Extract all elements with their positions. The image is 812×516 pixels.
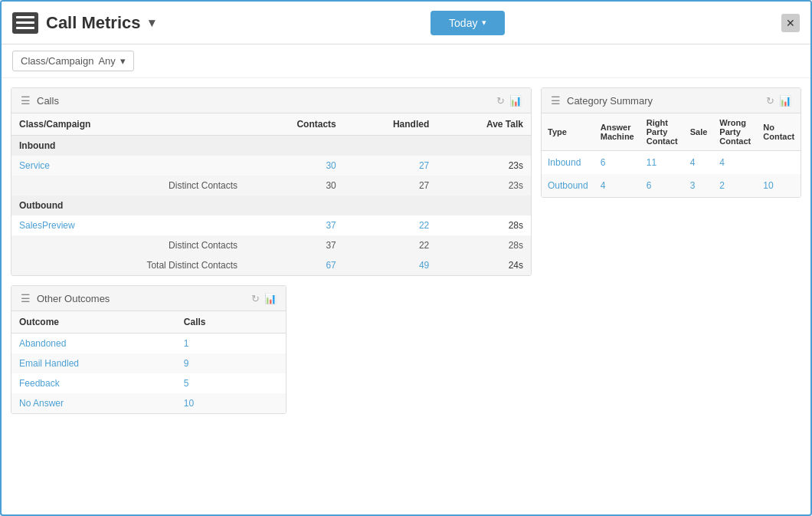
salespreview-link[interactable]: SalesPreview bbox=[11, 215, 245, 235]
outbound-distinct-handled[interactable]: 22 bbox=[344, 235, 437, 255]
inbound-answer-machine[interactable]: 6 bbox=[594, 151, 640, 175]
list-item: Abandoned 1 bbox=[11, 334, 286, 354]
list-item: No Answer 10 bbox=[11, 393, 286, 413]
inbound-distinct-row: Distinct Contacts 30 27 23s bbox=[11, 176, 531, 196]
salespreview-handled[interactable]: 22 bbox=[344, 215, 437, 235]
category-panel: ☰ Category Summary ↻ 📊 Type Answer Machi… bbox=[541, 87, 801, 198]
col-answer-machine: Answer Machine bbox=[594, 113, 640, 151]
outbound-wrong-party[interactable]: 2 bbox=[713, 174, 757, 197]
inbound-header-row: Inbound bbox=[11, 136, 531, 156]
category-chart-icon[interactable]: 📊 bbox=[779, 95, 791, 107]
campaign-caret: ▾ bbox=[120, 55, 126, 67]
outbound-right-party[interactable]: 6 bbox=[640, 174, 684, 197]
inbound-right-party[interactable]: 11 bbox=[640, 151, 684, 175]
col-calls: Calls bbox=[176, 311, 286, 334]
total-ave-talk: 24s bbox=[437, 255, 531, 275]
service-handled[interactable]: 27 bbox=[344, 156, 437, 176]
inbound-type-link[interactable]: Inbound bbox=[542, 151, 594, 175]
service-ave-talk: 23s bbox=[437, 156, 531, 176]
campaign-select[interactable]: Class/Campaign Any ▾ bbox=[12, 51, 134, 71]
col-right-party: Right Party Contact bbox=[640, 113, 684, 151]
feedback-link[interactable]: Feedback bbox=[11, 373, 176, 393]
inbound-distinct-handled[interactable]: 27 bbox=[344, 176, 437, 196]
col-no-contact: No Contact bbox=[757, 113, 801, 151]
outcomes-table: Outcome Calls Abandoned 1 Email Handled … bbox=[11, 311, 286, 413]
calls-panel: ☰ Calls ↻ 📊 Class/Campaign Contacts Hand… bbox=[11, 87, 532, 276]
inbound-sale[interactable]: 4 bbox=[684, 151, 714, 175]
title-left: Call Metrics ▾ bbox=[12, 12, 155, 34]
list-item: Feedback 5 bbox=[11, 373, 286, 393]
outcomes-chart-icon[interactable]: 📊 bbox=[264, 293, 277, 304]
abandoned-calls[interactable]: 1 bbox=[176, 334, 286, 354]
col-handled: Handled bbox=[344, 113, 437, 136]
col-class-campaign: Class/Campaign bbox=[11, 113, 245, 136]
salespreview-ave-talk: 28s bbox=[437, 215, 531, 235]
abandoned-link[interactable]: Abandoned bbox=[11, 334, 176, 354]
service-link[interactable]: Service bbox=[11, 156, 245, 176]
close-button[interactable]: ✕ bbox=[781, 14, 800, 32]
no-answer-link[interactable]: No Answer bbox=[11, 393, 176, 413]
outbound-distinct-row: Distinct Contacts 37 22 28s bbox=[11, 235, 531, 255]
toolbar: Class/Campaign Any ▾ bbox=[2, 44, 810, 78]
category-refresh-icon[interactable]: ↻ bbox=[766, 95, 774, 107]
calls-panel-header: ☰ Calls ↻ 📊 bbox=[11, 88, 531, 113]
col-type: Type bbox=[542, 113, 594, 151]
outbound-label: Outbound bbox=[11, 196, 531, 215]
calls-menu-icon[interactable]: ☰ bbox=[21, 94, 31, 107]
col-contacts: Contacts bbox=[245, 113, 344, 136]
col-wrong-party: Wrong Party Contact bbox=[713, 113, 757, 151]
total-label: Total Distinct Contacts bbox=[11, 255, 245, 275]
total-row: Total Distinct Contacts 67 49 24s bbox=[11, 255, 531, 275]
outbound-answer-machine[interactable]: 4 bbox=[594, 174, 640, 197]
main-window: Call Metrics ▾ Today ▾ ✕ Class/Campaign … bbox=[0, 0, 812, 516]
category-menu-icon[interactable]: ☰ bbox=[551, 94, 561, 107]
inbound-distinct-label: Distinct Contacts bbox=[11, 176, 245, 196]
feedback-calls[interactable]: 5 bbox=[176, 373, 286, 393]
table-row: Service 30 27 23s bbox=[11, 156, 531, 176]
left-panel: ☰ Calls ↻ 📊 Class/Campaign Contacts Hand… bbox=[11, 87, 532, 505]
calls-chart-icon[interactable]: 📊 bbox=[509, 95, 522, 107]
list-icon bbox=[12, 12, 38, 34]
col-sale: Sale bbox=[684, 113, 714, 151]
category-table: Type Answer Machine Right Party Contact … bbox=[542, 113, 801, 197]
outcomes-refresh-icon[interactable]: ↻ bbox=[251, 293, 260, 304]
outbound-no-contact[interactable]: 10 bbox=[757, 174, 801, 197]
category-panel-header: ☰ Category Summary ↻ 📊 bbox=[542, 88, 801, 113]
inbound-label: Inbound bbox=[11, 136, 531, 156]
col-ave-talk: Ave Talk bbox=[437, 113, 531, 136]
today-button[interactable]: Today ▾ bbox=[431, 11, 505, 35]
email-handled-link[interactable]: Email Handled bbox=[11, 353, 176, 373]
outbound-distinct-ave-talk: 28s bbox=[437, 235, 531, 255]
salespreview-contacts[interactable]: 37 bbox=[245, 215, 344, 235]
list-item: Email Handled 9 bbox=[11, 353, 286, 373]
outcomes-menu-icon[interactable]: ☰ bbox=[21, 292, 31, 304]
outbound-type-link[interactable]: Outbound bbox=[542, 174, 594, 197]
table-row: Outbound 4 6 3 2 10 bbox=[542, 174, 801, 197]
campaign-label: Class/Campaign bbox=[21, 55, 93, 67]
outbound-sale[interactable]: 3 bbox=[684, 174, 714, 197]
calls-table: Class/Campaign Contacts Handled Ave Talk… bbox=[11, 113, 531, 275]
col-outcome: Outcome bbox=[11, 311, 176, 334]
calls-refresh-icon[interactable]: ↻ bbox=[496, 95, 505, 107]
today-caret: ▾ bbox=[482, 18, 486, 28]
inbound-distinct-contacts[interactable]: 30 bbox=[245, 176, 344, 196]
total-contacts[interactable]: 67 bbox=[245, 255, 344, 275]
title-dropdown[interactable]: ▾ bbox=[149, 15, 155, 30]
email-handled-calls[interactable]: 9 bbox=[176, 353, 286, 373]
outbound-distinct-contacts[interactable]: 37 bbox=[245, 235, 344, 255]
inbound-wrong-party[interactable]: 4 bbox=[713, 151, 757, 175]
calls-panel-title: Calls bbox=[37, 95, 59, 107]
no-answer-calls[interactable]: 10 bbox=[176, 393, 286, 413]
window-title: Call Metrics bbox=[46, 13, 141, 33]
category-panel-title: Category Summary bbox=[567, 95, 653, 107]
table-row: Inbound 6 11 4 4 bbox=[542, 151, 801, 175]
outbound-distinct-label: Distinct Contacts bbox=[11, 235, 245, 255]
service-contacts[interactable]: 30 bbox=[245, 156, 344, 176]
total-handled[interactable]: 49 bbox=[344, 255, 437, 275]
title-bar: Call Metrics ▾ Today ▾ ✕ bbox=[2, 2, 810, 44]
outcomes-panel-header: ☰ Other Outcomes ↻ 📊 bbox=[11, 286, 286, 311]
table-row: SalesPreview 37 22 28s bbox=[11, 215, 531, 235]
outcomes-panel-title: Other Outcomes bbox=[37, 293, 110, 304]
other-outcomes-panel: ☰ Other Outcomes ↻ 📊 Outcome Calls bbox=[11, 285, 286, 414]
content-area: ☰ Calls ↻ 📊 Class/Campaign Contacts Hand… bbox=[2, 78, 810, 514]
